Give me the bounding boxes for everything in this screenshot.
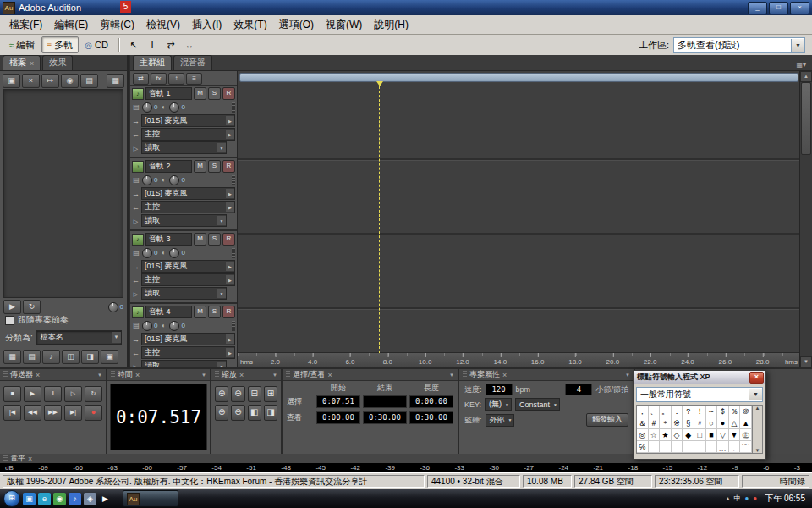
metronome-input-button[interactable]: 觸發輸入: [586, 413, 628, 427]
playhead[interactable]: [379, 82, 380, 353]
track-color-chip[interactable]: ♪: [132, 88, 144, 100]
panel-menu-icon[interactable]: ▦▾: [793, 61, 809, 70]
quicklaunch-icon[interactable]: e: [38, 493, 51, 505]
track-automation-select[interactable]: 讀取: [141, 287, 227, 300]
level-meter[interactable]: dB-69-66-63-60-57-54-51-48-45-42-39-36-3…: [0, 463, 812, 472]
filter-options-icon[interactable]: ▦: [107, 74, 124, 88]
automation-expander-icon[interactable]: [132, 144, 140, 152]
track-output-select[interactable]: 主控: [141, 273, 235, 286]
menu-item[interactable]: 說明(H): [368, 16, 414, 34]
solo-button[interactable]: S: [208, 306, 221, 318]
symbol-cell[interactable]: ～: [706, 406, 718, 417]
play-button[interactable]: ▶: [24, 386, 41, 402]
symbol-cell[interactable]: ％: [729, 406, 741, 417]
tray-icon[interactable]: ●: [745, 493, 749, 505]
track-name-field[interactable]: 音軌 2: [145, 160, 192, 173]
time-display[interactable]: 0:07.517: [110, 384, 207, 450]
symbol-cell[interactable]: ＄: [717, 406, 729, 417]
zoom-selection-right-icon[interactable]: ◨: [264, 405, 277, 421]
insert-into-cd-icon[interactable]: ◉: [61, 74, 79, 88]
symbol-cell[interactable]: ㊣: [740, 429, 752, 441]
symbol-cell[interactable]: ＊: [660, 417, 672, 429]
taskbar-app-button[interactable]: Au: [123, 490, 178, 507]
volume-knob[interactable]: [142, 175, 152, 185]
beats-field[interactable]: 4: [565, 384, 592, 395]
view-end-field[interactable]: 0:30.00: [363, 411, 407, 424]
selection-start-field[interactable]: 0:07.51: [316, 395, 360, 408]
chevron-down-icon[interactable]: ▼: [112, 332, 121, 343]
stop-button[interactable]: ■: [3, 386, 21, 402]
track-output-select[interactable]: 主控: [141, 201, 235, 213]
zoom-in-vertical-icon[interactable]: ⊕: [215, 405, 228, 421]
symbol-cell[interactable]: ◎: [637, 429, 649, 441]
effects-icon[interactable]: fx: [151, 73, 167, 85]
delete-file-icon[interactable]: ▤: [80, 74, 98, 88]
rewind-button[interactable]: ◀◀: [24, 405, 41, 421]
quicklaunch-icon[interactable]: ▣: [23, 493, 36, 505]
fast-forward-button[interactable]: ▶▶: [44, 405, 62, 421]
volume-value[interactable]: 0: [154, 103, 157, 111]
volume-value[interactable]: 0: [154, 176, 157, 184]
panel-grip[interactable]: [111, 371, 115, 378]
play-from-cursor-button[interactable]: ▷: [64, 386, 82, 402]
close-file-icon[interactable]: ×: [22, 74, 40, 88]
zoom-in-horizontal-icon[interactable]: ⊕: [215, 386, 228, 402]
go-to-end-button[interactable]: ▶|: [64, 405, 82, 421]
panel-grip[interactable]: [215, 371, 219, 378]
symbol-cell[interactable]: ◇: [672, 429, 683, 441]
zoom-out-vertical-icon[interactable]: ⊖: [231, 405, 244, 421]
quicklaunch-icon[interactable]: ♪: [69, 493, 81, 505]
selection-length-field[interactable]: 0:00.00: [409, 395, 453, 408]
track-input-select[interactable]: [01S] 麥克風: [141, 260, 235, 273]
tray-icon[interactable]: 中: [734, 493, 741, 505]
record-arm-button[interactable]: R: [222, 160, 235, 173]
inputs-outputs-icon[interactable]: ⇄: [133, 73, 149, 85]
view-length-field[interactable]: 0:30.00: [409, 411, 453, 424]
mute-button[interactable]: M: [194, 233, 206, 246]
track-color-chip[interactable]: ♪: [132, 161, 144, 173]
restore-icon[interactable]: □: [769, 2, 788, 14]
taskbar-clock[interactable]: 下午 06:55: [761, 493, 809, 505]
zoom-full-icon[interactable]: ⊟: [248, 386, 261, 402]
multitrack-view-button[interactable]: ≡ 多軌: [41, 36, 80, 53]
show-file-types-icon[interactable]: ▦: [3, 350, 21, 364]
menu-item[interactable]: 選項(O): [273, 16, 320, 34]
symbol-cell[interactable]: □: [694, 429, 706, 441]
track-color-chip[interactable]: ♪: [132, 234, 144, 246]
sends-icon[interactable]: ↕: [168, 73, 184, 85]
pan-value[interactable]: 0: [181, 103, 184, 111]
symbol-cell[interactable]: 〃: [694, 417, 706, 429]
scrub-tool-icon[interactable]: ↔: [180, 36, 199, 53]
pan-value[interactable]: 0: [181, 176, 184, 184]
track-name-field[interactable]: 音軌 3: [145, 233, 192, 246]
symbol-cell[interactable]: ¯: [649, 441, 661, 453]
preview-volume-knob[interactable]: [108, 302, 118, 312]
quicklaunch-icon[interactable]: ◈: [84, 493, 96, 505]
symbol-cell[interactable]: ▽: [717, 429, 729, 441]
hybrid-tool-icon[interactable]: ↖: [124, 36, 143, 53]
menu-item[interactable]: 剪輯(C): [94, 16, 140, 34]
eq-icon[interactable]: ≡: [186, 73, 202, 85]
symbol-cell[interactable]: ＿: [672, 441, 683, 453]
quicklaunch-icon[interactable]: ▶: [99, 493, 112, 505]
track-output-select[interactable]: 主控: [141, 128, 235, 141]
view-start-field[interactable]: 0:00.00: [316, 411, 360, 424]
pan-knob[interactable]: [169, 175, 179, 185]
minimize-icon[interactable]: _: [748, 2, 767, 14]
menu-item[interactable]: 編輯(E): [48, 16, 94, 34]
pan-knob[interactable]: [169, 102, 179, 113]
solo-button[interactable]: S: [208, 87, 221, 100]
symbol-cell[interactable]: ˍ: [683, 441, 694, 453]
symbol-grid-scrollbar[interactable]: ▲▼: [752, 406, 762, 453]
selection-end-field[interactable]: [363, 395, 407, 408]
close-icon[interactable]: ×: [749, 372, 764, 384]
import-file-icon[interactable]: ▣: [3, 74, 20, 88]
start-button[interactable]: ⊞: [3, 490, 20, 507]
pan-knob[interactable]: [169, 321, 179, 331]
insert-into-multitrack-icon[interactable]: ↦: [41, 74, 59, 88]
zoom-selection-left-icon[interactable]: ◧: [248, 405, 261, 421]
volume-knob[interactable]: [142, 102, 152, 113]
record-arm-button[interactable]: R: [222, 306, 235, 318]
symbol-cell[interactable]: ﹎: [729, 441, 741, 453]
symbol-cell[interactable]: ※: [672, 417, 683, 429]
